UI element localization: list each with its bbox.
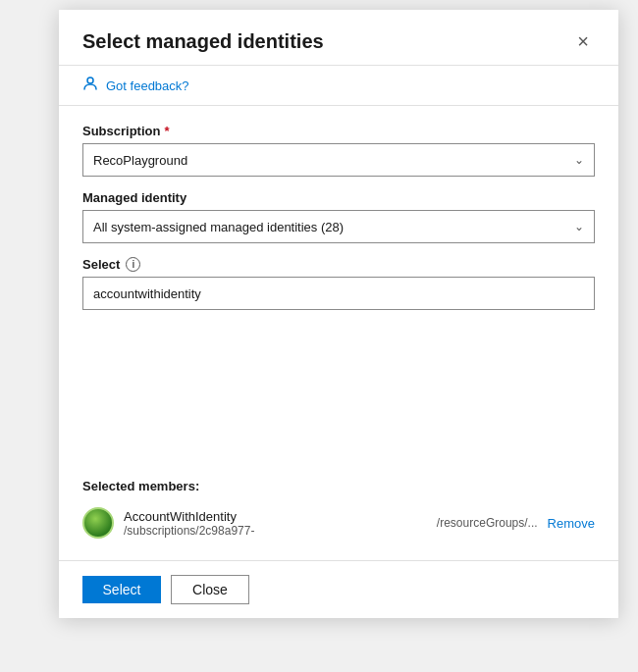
member-right: /resourceGroups/... Remove [437, 516, 595, 531]
chevron-down-icon-2: ⌄ [574, 220, 584, 233]
modal-body: Subscription * RecoPlayground ⌄ Managed … [59, 106, 618, 560]
subscription-dropdown[interactable]: RecoPlayground ⌄ [82, 143, 595, 177]
subscription-value: RecoPlayground [93, 153, 187, 168]
feedback-user-icon [82, 76, 98, 95]
member-row: AccountWithIdentity /subscriptions/2c98a… [82, 503, 595, 543]
selected-members-label: Selected members: [82, 479, 595, 493]
close-button[interactable]: Close [171, 575, 249, 604]
select-label: Select i [82, 257, 595, 272]
managed-identity-dropdown[interactable]: All system-assigned managed identities (… [82, 210, 595, 243]
select-button[interactable]: Select [82, 576, 161, 603]
subscription-label: Subscription * [82, 124, 595, 138]
managed-identity-field-group: Managed identity All system-assigned man… [82, 190, 595, 243]
feedback-bar: Got feedback? [59, 66, 618, 106]
svg-point-0 [87, 78, 93, 83]
subscription-field-group: Subscription * RecoPlayground ⌄ [82, 124, 595, 177]
info-icon[interactable]: i [126, 257, 140, 272]
member-name: AccountWithIdentity [124, 509, 427, 524]
member-subscription: /subscriptions/2c98a977- [124, 524, 427, 538]
member-path: /resourceGroups/... [437, 516, 538, 530]
select-input[interactable] [82, 277, 595, 310]
managed-identity-label: Managed identity [82, 190, 595, 205]
modal-header: Select managed identities × [59, 10, 618, 66]
member-avatar [82, 507, 114, 539]
remove-member-link[interactable]: Remove [548, 516, 595, 531]
modal-dialog: Select managed identities × Got feedback… [59, 10, 618, 618]
chevron-down-icon: ⌄ [574, 153, 584, 167]
member-info: AccountWithIdentity /subscriptions/2c98a… [124, 509, 427, 538]
selected-members-section: Selected members: AccountWithIdentity /s… [82, 465, 595, 543]
modal-overlay: Select managed identities × Got feedback… [0, 0, 638, 672]
modal-footer: Select Close [59, 560, 618, 618]
modal-title: Select managed identities [82, 30, 324, 53]
spacer [82, 324, 595, 441]
required-star: * [164, 124, 169, 138]
close-icon-button[interactable]: × [571, 29, 595, 53]
managed-identity-value: All system-assigned managed identities (… [93, 220, 344, 234]
feedback-link[interactable]: Got feedback? [106, 78, 189, 93]
select-field-group: Select i [82, 257, 595, 310]
